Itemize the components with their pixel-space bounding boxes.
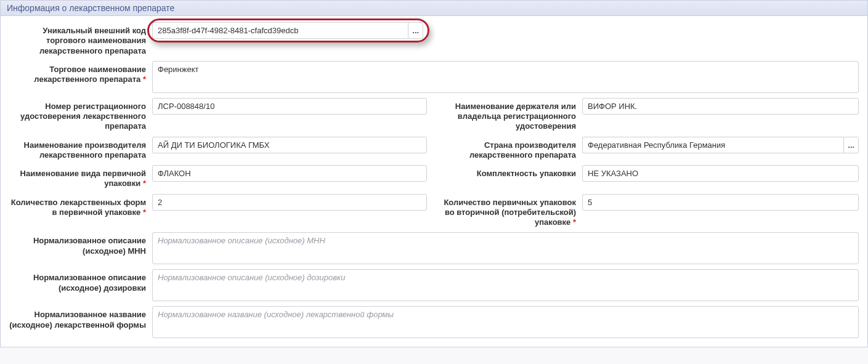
label-country: Страна производителя лекарственного преп…: [439, 137, 582, 161]
required-marker: *: [573, 217, 576, 227]
label-primary-pack-type: Наименование вида первичной упаковки *: [9, 165, 152, 189]
country-input[interactable]: [582, 137, 843, 153]
form-body: Уникальный внешний код торгового наимено…: [1, 16, 867, 347]
label-norm-form: Нормализованное название (исходное) лека…: [9, 306, 152, 330]
label-holder: Наименование держателя или владельца рег…: [439, 98, 582, 132]
unique-code-lookup-button[interactable]: ...: [408, 22, 423, 39]
label-forms-in-primary: Количество лекарственных форм в первично…: [9, 194, 152, 218]
manufacturer-input[interactable]: [152, 137, 427, 153]
unique-code-input[interactable]: [152, 22, 408, 39]
label-reg-number: Номер регистрационного удостоверения лек…: [9, 98, 152, 132]
trade-name-input[interactable]: [152, 61, 859, 93]
holder-input[interactable]: [582, 98, 859, 115]
label-norm-mnn: Нормализованное описание (исходное) МНН: [9, 232, 152, 256]
country-lookup-button[interactable]: ...: [843, 137, 859, 153]
primary-pack-type-input[interactable]: [152, 165, 427, 182]
completeness-input[interactable]: [582, 165, 859, 182]
panel-title: Информация о лекарственном препарате: [1, 1, 867, 16]
label-completeness: Комплектность упаковки: [439, 165, 582, 179]
drug-info-panel: Информация о лекарственном препарате Уни…: [0, 0, 868, 347]
reg-number-input[interactable]: [152, 98, 427, 115]
label-manufacturer: Наименование производителя лекарственног…: [9, 137, 152, 161]
label-unique-code: Уникальный внешний код торгового наимено…: [9, 22, 152, 56]
required-marker: *: [143, 75, 146, 84]
required-marker: *: [143, 179, 146, 188]
forms-in-primary-input[interactable]: [152, 194, 427, 211]
label-norm-dosage: Нормализованное описание (исходное) дози…: [9, 269, 152, 293]
norm-dosage-input[interactable]: [152, 269, 859, 301]
required-marker: *: [143, 208, 146, 217]
label-primary-in-secondary: Количество первичных упаковок во вторичн…: [439, 194, 582, 228]
label-trade-name: Торговое наименование лекарственного пре…: [9, 61, 152, 85]
norm-mnn-input[interactable]: [152, 232, 859, 264]
primary-in-secondary-input[interactable]: [582, 194, 859, 211]
norm-form-input[interactable]: [152, 306, 859, 338]
